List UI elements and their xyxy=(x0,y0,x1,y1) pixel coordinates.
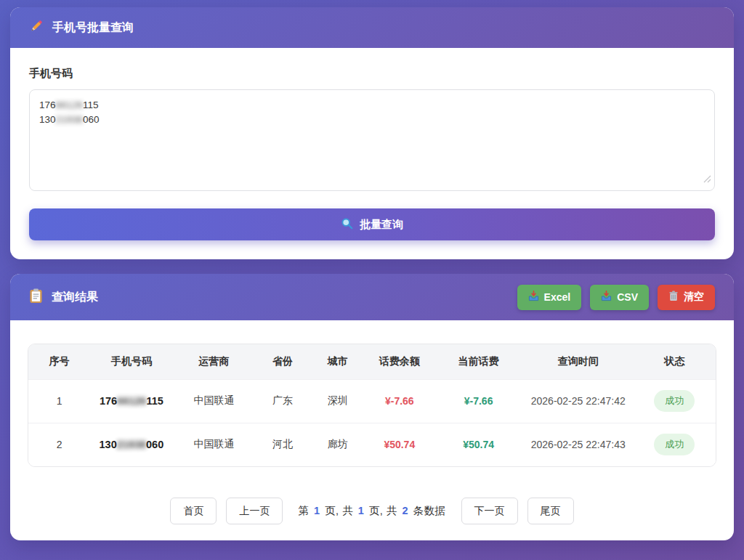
query-card: 手机号批量查询 手机号码 17666126115 13021938060 xyxy=(10,7,734,259)
cell-time: 2026-02-25 22:47:42 xyxy=(523,379,633,423)
col-header-balance: 话费余额 xyxy=(365,344,434,379)
col-header-province: 省份 xyxy=(255,344,310,379)
pagination: 首页 上一页 第 1 页, 共 1 页, 共 2 条数据 下一页 尾页 xyxy=(28,498,716,524)
col-header-city: 城市 xyxy=(310,344,365,379)
blurred-digits: 66126 xyxy=(117,395,146,407)
blurred-digits: 21938 xyxy=(117,439,146,450)
blurred-digits: 21938 xyxy=(56,114,84,125)
total-pages-number: 1 xyxy=(357,505,366,516)
export-actions: Excel CSV xyxy=(517,285,715,310)
col-header-time: 查询时间 xyxy=(523,344,633,379)
last-page-button[interactable]: 尾页 xyxy=(527,498,574,524)
clipboard-icon xyxy=(29,288,43,307)
query-card-body: 手机号码 17666126115 13021938060 批量查询 xyxy=(10,48,734,259)
results-card-header: 查询结果 Excel xyxy=(10,274,734,320)
status-badge: 成功 xyxy=(654,434,695,455)
status-badge: 成功 xyxy=(654,390,695,412)
first-page-button[interactable]: 首页 xyxy=(170,498,217,524)
cell-index: 2 xyxy=(28,423,90,466)
results-table-container: 序号 手机号码 运营商 省份 城市 话费余额 当前话费 查询时间 状态 xyxy=(28,344,716,467)
phone-line: 17666126115 xyxy=(39,98,705,113)
cell-status: 成功 xyxy=(633,379,716,423)
cell-current: ¥-7.66 xyxy=(434,379,523,423)
results-card-title: 查询结果 xyxy=(52,290,98,305)
cell-city: 廊坊 xyxy=(310,423,365,466)
page: 手机号批量查询 手机号码 17666126115 13021938060 xyxy=(0,0,744,545)
col-header-phone: 手机号码 xyxy=(90,344,173,379)
cell-phone: 17666126115 xyxy=(90,379,173,423)
cell-balance: ¥50.74 xyxy=(365,423,434,466)
col-header-current: 当前话费 xyxy=(434,344,523,379)
cell-city: 深圳 xyxy=(310,379,365,423)
prev-page-button[interactable]: 上一页 xyxy=(226,498,283,524)
query-card-header: 手机号批量查询 xyxy=(10,7,734,48)
export-excel-button[interactable]: Excel xyxy=(517,285,582,310)
results-card: 查询结果 Excel xyxy=(10,274,734,540)
phone-label: 手机号码 xyxy=(29,67,715,81)
cell-carrier: 中国联通 xyxy=(173,423,256,466)
col-header-carrier: 运营商 xyxy=(173,344,256,379)
col-header-index: 序号 xyxy=(28,344,90,379)
blurred-digits: 66126 xyxy=(56,100,84,110)
export-csv-button[interactable]: CSV xyxy=(590,285,649,310)
search-icon xyxy=(341,217,353,232)
cell-current: ¥50.74 xyxy=(434,423,523,466)
query-card-title: 手机号批量查询 xyxy=(52,20,134,36)
results-card-body: 序号 手机号码 运营商 省份 城市 话费余额 当前话费 查询时间 状态 xyxy=(10,320,734,540)
table-header-row: 序号 手机号码 运营商 省份 城市 话费余额 当前话费 查询时间 状态 xyxy=(28,344,716,379)
table-row: 1 17666126115 中国联通 广东 深圳 ¥-7.66 ¥-7.66 2… xyxy=(28,379,716,423)
cell-carrier: 中国联通 xyxy=(173,379,256,423)
cell-province: 河北 xyxy=(255,423,310,466)
download-icon xyxy=(601,291,612,304)
pagination-info: 第 1 页, 共 1 页, 共 2 条数据 xyxy=(298,504,445,518)
phone-line: 13021938060 xyxy=(39,113,705,127)
pencil-icon xyxy=(29,19,44,36)
cell-time: 2026-02-25 22:47:43 xyxy=(523,423,633,466)
cell-phone: 13021938060 xyxy=(90,423,173,466)
cell-index: 1 xyxy=(28,379,90,423)
total-records-number: 2 xyxy=(400,505,410,516)
batch-query-button[interactable]: 批量查询 xyxy=(29,208,715,240)
cell-province: 广东 xyxy=(255,379,310,423)
col-header-status: 状态 xyxy=(633,344,716,379)
cell-status: 成功 xyxy=(633,423,716,466)
cell-balance: ¥-7.66 xyxy=(365,379,434,423)
results-table: 序号 手机号码 运营商 省份 城市 话费余额 当前话费 查询时间 状态 xyxy=(28,344,716,466)
current-page-number: 1 xyxy=(312,505,322,516)
resize-grip-icon[interactable] xyxy=(703,173,711,187)
download-icon xyxy=(528,291,539,304)
phone-numbers-textarea[interactable]: 17666126115 13021938060 xyxy=(29,89,715,191)
table-row: 2 13021938060 中国联通 河北 廊坊 ¥50.74 ¥50.74 2… xyxy=(28,423,716,466)
next-page-button[interactable]: 下一页 xyxy=(461,498,518,524)
clear-results-button[interactable]: 清空 xyxy=(658,285,715,310)
trash-icon xyxy=(668,291,679,304)
